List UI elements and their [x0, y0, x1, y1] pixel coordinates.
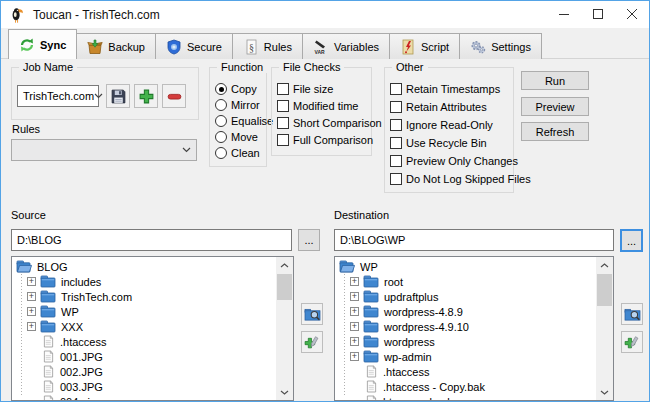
destination-browse-button[interactable]: ...	[620, 229, 643, 252]
tab-secure[interactable]: Secure	[155, 33, 233, 59]
scroll-up-icon[interactable]	[276, 257, 293, 273]
checkbox-icon[interactable]	[277, 83, 289, 95]
scrollbar-thumb[interactable]	[597, 274, 612, 306]
destination-open-explorer-button[interactable]	[621, 303, 643, 325]
other-option-preview-only-changes[interactable]: Preview Only Changes	[390, 152, 516, 170]
source-insert-variable-button[interactable]	[301, 331, 323, 353]
other-option-ignore-read-only[interactable]: Ignore Read-Only	[390, 116, 516, 134]
function-option-equalise[interactable]: Equalise	[215, 113, 275, 129]
expand-plus-icon[interactable]: +	[350, 352, 359, 361]
destination-tree-rows: WP+root+updraftplus+wordpress-4.8.9+word…	[339, 259, 594, 400]
tree-item-004a-jpg[interactable]: 004a.jpg	[16, 394, 274, 400]
tree-item-003-jpg[interactable]: 003.JPG	[16, 379, 274, 394]
refresh-button[interactable]: Refresh	[521, 122, 589, 141]
tree-item-wp[interactable]: WP	[339, 259, 594, 274]
tree-item-wp[interactable]: +WP	[16, 304, 274, 319]
rules-combobox[interactable]	[11, 139, 197, 161]
radio-icon[interactable]	[215, 115, 227, 127]
radio-icon[interactable]	[215, 147, 227, 159]
job-name-combobox[interactable]: TrishTech.com	[17, 85, 99, 107]
tree-item-updraftplus[interactable]: +updraftplus	[339, 289, 594, 304]
tree-item-wp-admin[interactable]: +wp-admin	[339, 349, 594, 364]
tab-variables[interactable]: Variables	[302, 33, 390, 59]
destination-tree-scrollbar[interactable]	[596, 257, 613, 400]
tree-item-xxx[interactable]: +XXX	[16, 319, 274, 334]
tree-item--htaccess[interactable]: .htaccess	[16, 334, 274, 349]
radio-icon[interactable]	[215, 99, 227, 111]
remove-job-button[interactable]	[162, 84, 186, 108]
expand-plus-icon[interactable]: +	[350, 292, 359, 301]
tab-backup[interactable]: Backup	[76, 33, 156, 59]
other-options: Retain TimestampsRetain AttributesIgnore…	[390, 80, 516, 188]
run-button[interactable]: Run	[521, 71, 589, 90]
checkbox-icon[interactable]	[390, 101, 402, 113]
tab-rules[interactable]: Rules	[232, 33, 303, 59]
tab-script[interactable]: Script	[389, 33, 460, 59]
tree-item-001-jpg[interactable]: 001.JPG	[16, 349, 274, 364]
tree-item-wordpress[interactable]: +wordpress	[339, 334, 594, 349]
tree-item-includes[interactable]: +includes	[16, 274, 274, 289]
expand-plus-icon[interactable]: +	[350, 277, 359, 286]
checkbox-icon[interactable]	[390, 83, 402, 95]
other-option-retain-timestamps[interactable]: Retain Timestamps	[390, 80, 516, 98]
scroll-down-icon[interactable]	[596, 384, 613, 400]
checkbox-icon[interactable]	[277, 100, 289, 112]
rules-label: Rules	[12, 123, 40, 135]
expand-plus-icon[interactable]: +	[350, 307, 359, 316]
other-option-retain-attributes[interactable]: Retain Attributes	[390, 98, 516, 116]
tab-label: Variables	[334, 41, 379, 53]
maximize-button[interactable]	[581, 1, 615, 27]
function-option-mirror[interactable]: Mirror	[215, 97, 275, 113]
tab-sync[interactable]: Sync	[8, 29, 77, 59]
source-open-explorer-button[interactable]	[301, 303, 323, 325]
file-checks-option-modified-time[interactable]: Modified time	[277, 97, 377, 114]
file-checks-option-file-size[interactable]: File size	[277, 80, 377, 97]
tree-item-blog[interactable]: BLOG	[16, 259, 274, 274]
expand-plus-icon[interactable]: +	[27, 292, 36, 301]
tree-item-root[interactable]: +root	[339, 274, 594, 289]
checkbox-icon[interactable]	[277, 117, 289, 129]
tree-item--htaccess[interactable]: .htaccess	[339, 364, 594, 379]
tree-item--htaccess-copy-bak[interactable]: .htaccess - Copy.bak	[339, 379, 594, 394]
other-option-do-not-log-skipped-files[interactable]: Do Not Log Skipped Files	[390, 170, 516, 188]
function-option-copy[interactable]: Copy	[215, 81, 275, 97]
tree-item-wordpress-4-8-9[interactable]: +wordpress-4.8.9	[339, 304, 594, 319]
radio-icon[interactable]	[215, 83, 227, 95]
close-button[interactable]	[615, 1, 649, 27]
expand-plus-icon[interactable]: +	[27, 307, 36, 316]
checkbox-icon[interactable]	[277, 134, 289, 146]
checkbox-icon[interactable]	[390, 137, 402, 149]
checkbox-icon[interactable]	[390, 173, 402, 185]
tree-item-wordpress-4-9-10[interactable]: +wordpress-4.9.10	[339, 319, 594, 334]
scrollbar-thumb[interactable]	[277, 274, 292, 300]
radio-icon[interactable]	[215, 131, 227, 143]
destination-insert-variable-button[interactable]	[621, 331, 643, 353]
option-label: Modified time	[293, 100, 358, 112]
tree-item-002-jpg[interactable]: 002.JPG	[16, 364, 274, 379]
tree-item-trishtech-com[interactable]: +TrishTech.com	[16, 289, 274, 304]
save-job-button[interactable]	[106, 84, 130, 108]
checkbox-icon[interactable]	[390, 155, 402, 167]
source-path-input[interactable]	[11, 229, 292, 251]
file-checks-option-short-comparison[interactable]: Short Comparison	[277, 114, 377, 131]
tree-item-htaccess-back[interactable]: htaccess.back	[339, 394, 594, 400]
expand-plus-icon[interactable]: +	[350, 337, 359, 346]
tab-settings[interactable]: Settings	[459, 33, 542, 59]
minimize-button[interactable]	[547, 1, 581, 27]
checkbox-icon[interactable]	[390, 119, 402, 131]
function-option-move[interactable]: Move	[215, 129, 275, 145]
preview-button[interactable]: Preview	[521, 97, 589, 116]
file-checks-option-full-comparison[interactable]: Full Comparison	[277, 131, 377, 148]
add-job-button[interactable]	[134, 84, 158, 108]
expand-plus-icon[interactable]: +	[27, 277, 36, 286]
source-tree-scrollbar[interactable]	[276, 257, 293, 400]
sync-icon	[19, 37, 35, 53]
expand-plus-icon[interactable]: +	[350, 322, 359, 331]
scroll-up-icon[interactable]	[596, 257, 613, 273]
function-option-clean[interactable]: Clean	[215, 145, 275, 161]
destination-path-input[interactable]	[334, 229, 614, 251]
other-option-use-recycle-bin[interactable]: Use Recycle Bin	[390, 134, 516, 152]
source-browse-button[interactable]: ...	[298, 229, 320, 251]
scroll-down-icon[interactable]	[276, 384, 293, 400]
expand-plus-icon[interactable]: +	[27, 322, 36, 331]
